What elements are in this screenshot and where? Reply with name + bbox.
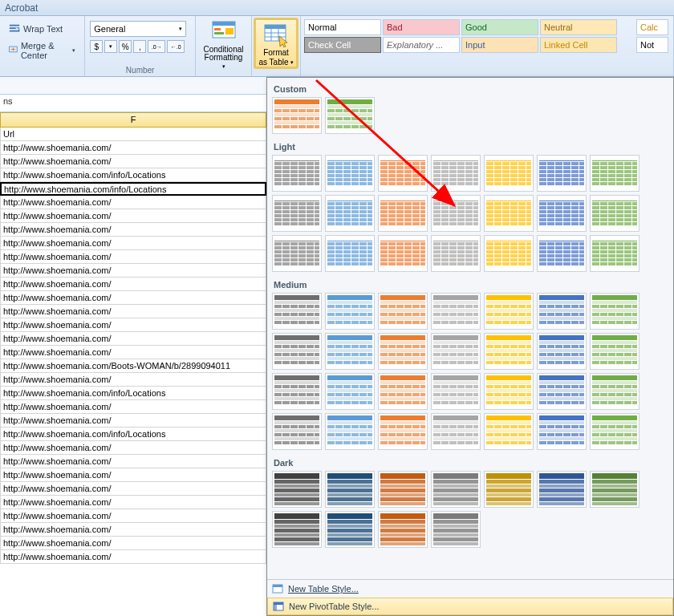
table-style-swatch[interactable] [272, 373, 322, 410]
grid-cell[interactable]: http://www.shoemania.com/ [0, 468, 266, 482]
style-linked-cell[interactable]: Linked Cell [540, 37, 617, 53]
table-style-swatch[interactable] [272, 293, 322, 330]
grid-cell[interactable]: http://www.shoemania.com/ [0, 332, 266, 346]
table-style-swatch[interactable] [590, 195, 639, 232]
grid-cell[interactable]: http://www.shoemania.com/ [0, 223, 266, 237]
grid-cell[interactable]: http://www.shoemania.com/ [0, 291, 266, 305]
table-style-swatch[interactable] [484, 293, 534, 330]
table-style-swatch[interactable] [325, 235, 375, 272]
currency-button[interactable]: $ [90, 40, 103, 53]
table-style-swatch[interactable] [272, 97, 322, 134]
table-style-swatch[interactable] [325, 333, 375, 370]
currency-drop[interactable]: ▾ [104, 40, 117, 53]
table-style-swatch[interactable] [431, 293, 481, 330]
table-style-swatch[interactable] [378, 373, 428, 410]
table-style-swatch[interactable] [484, 333, 534, 370]
style-bad[interactable]: Bad [383, 19, 460, 35]
table-style-swatch[interactable] [325, 471, 375, 508]
cell-styles-gallery[interactable]: Normal Bad Good Neutral Check Cell Expla… [302, 18, 633, 55]
style-explanatory[interactable]: Explanatory ... [383, 37, 460, 53]
table-style-swatch[interactable] [378, 471, 428, 508]
grid-cell[interactable]: http://www.shoemania.com/ [0, 155, 266, 168]
table-style-swatch[interactable] [378, 235, 428, 272]
grid-cell[interactable]: http://www.shoemania.com/ [0, 141, 266, 155]
comma-button[interactable]: , [133, 40, 146, 53]
table-style-swatch[interactable] [378, 333, 428, 370]
table-style-swatch[interactable] [537, 293, 587, 330]
conditional-formatting-button[interactable]: Conditional Formatting ▾ [201, 18, 246, 69]
table-style-swatch[interactable] [272, 511, 322, 548]
table-style-swatch[interactable] [431, 195, 481, 232]
table-style-swatch[interactable] [431, 373, 481, 410]
table-style-swatch[interactable] [325, 155, 375, 192]
table-style-swatch[interactable] [537, 413, 587, 450]
table-style-swatch[interactable] [325, 413, 375, 450]
style-check-cell[interactable]: Check Cell [304, 37, 381, 53]
table-style-swatch[interactable] [378, 155, 428, 192]
grid-cell[interactable]: http://www.shoemania.com/ [0, 196, 266, 209]
table-style-swatch[interactable] [272, 195, 322, 232]
table-style-swatch[interactable] [272, 235, 322, 272]
table-style-swatch[interactable] [537, 195, 587, 232]
merge-center-button[interactable]: Merge & Center ▾ [5, 38, 79, 63]
table-style-swatch[interactable] [484, 471, 534, 508]
table-style-swatch[interactable] [431, 155, 481, 192]
table-style-swatch[interactable] [272, 471, 322, 508]
grid-cell[interactable]: http://www.shoemania.com/Boots-WOMAN/b/2… [0, 359, 266, 373]
grid-cell[interactable]: http://www.shoemania.com/ [0, 305, 266, 318]
grid-cell[interactable]: http://www.shoemania.com/ [0, 523, 266, 537]
table-style-swatch[interactable] [537, 333, 587, 370]
wrap-text-button[interactable]: Wrap Text [5, 21, 67, 37]
new-pivot-style-item[interactable]: New PivotTable Style... [267, 598, 673, 615]
grid-cell[interactable]: http://www.shoemania.com/ [0, 346, 266, 359]
table-style-swatch[interactable] [272, 413, 322, 450]
table-style-swatch[interactable] [590, 373, 639, 410]
table-style-swatch[interactable] [484, 195, 534, 232]
table-style-swatch[interactable] [378, 511, 428, 548]
number-format-select[interactable]: General ▾ [90, 21, 186, 37]
format-as-table-button[interactable]: Format as Table ▾ [254, 18, 298, 69]
grid-cell[interactable]: http://www.shoemania.com/ [0, 373, 266, 387]
table-style-swatch[interactable] [325, 97, 375, 134]
grid-cell[interactable]: http://www.shoemania.com/ [0, 441, 266, 455]
table-style-swatch[interactable] [590, 413, 639, 450]
grid-cell[interactable]: http://www.shoemania.com/ [0, 264, 266, 278]
grid-cell[interactable]: http://www.shoemania.com/ [0, 400, 266, 414]
table-style-swatch[interactable] [325, 195, 375, 232]
grid-cell[interactable]: http://www.shoemania.com/ [0, 550, 266, 564]
increase-decimal-button[interactable]: .0→ [148, 40, 165, 53]
style-normal[interactable]: Normal [304, 19, 381, 35]
table-style-swatch[interactable] [537, 235, 587, 272]
grid-cell[interactable]: http://www.shoemania.com/ [0, 482, 266, 496]
grid-cell[interactable]: http://www.shoemania.com/ [0, 414, 266, 428]
table-style-swatch[interactable] [484, 235, 534, 272]
column-header-f[interactable]: F [0, 112, 266, 128]
table-style-swatch[interactable] [325, 293, 375, 330]
new-table-style-item[interactable]: New Table Style... [267, 580, 673, 598]
grid-cell[interactable]: http://www.shoemania.com/ [0, 318, 266, 332]
grid-cell[interactable]: http://www.shoemania.com/ [0, 278, 266, 291]
table-style-swatch[interactable] [590, 293, 639, 330]
grid-cell[interactable]: http://www.shoemania.com/ [0, 496, 266, 509]
style-note[interactable]: Not [636, 37, 668, 53]
grid-cell[interactable]: http://www.shoemania.com/info/Locations [0, 182, 266, 196]
percent-button[interactable]: % [119, 40, 132, 53]
table-style-swatch[interactable] [378, 413, 428, 450]
grid-cell[interactable]: http://www.shoemania.com/ [0, 237, 266, 250]
decrease-decimal-button[interactable]: ←.0 [167, 40, 185, 53]
table-style-swatch[interactable] [378, 195, 428, 232]
table-style-swatch[interactable] [272, 333, 322, 370]
table-style-swatch[interactable] [590, 155, 639, 192]
style-neutral[interactable]: Neutral [540, 19, 617, 35]
style-input[interactable]: Input [461, 37, 538, 53]
table-style-swatch[interactable] [590, 471, 639, 508]
grid-cell[interactable]: http://www.shoemania.com/info/Locations [0, 428, 266, 441]
table-style-swatch[interactable] [431, 235, 481, 272]
grid-cell[interactable]: http://www.shoemania.com/info/Locations [0, 387, 266, 400]
grid-cell[interactable]: http://www.shoemania.com/info/Locations [0, 168, 266, 182]
grid-cell[interactable]: http://www.shoemania.com/ [0, 509, 266, 523]
table-style-swatch[interactable] [590, 235, 639, 272]
table-style-swatch[interactable] [537, 471, 587, 508]
table-style-swatch[interactable] [431, 333, 481, 370]
table-style-swatch[interactable] [325, 373, 375, 410]
